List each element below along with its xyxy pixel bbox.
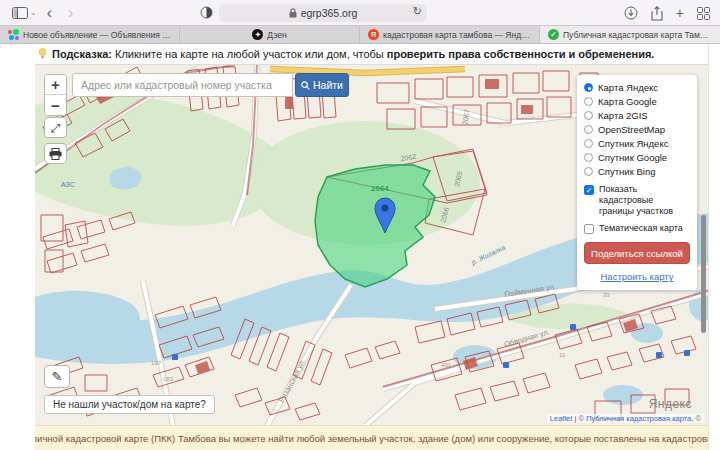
checkbox-icon (584, 224, 594, 234)
tab-overview-icon[interactable] (697, 7, 710, 20)
radio-icon (584, 167, 593, 176)
fullscreen-button[interactable]: ⤢ (44, 117, 67, 138)
lightbulb-icon (38, 48, 47, 60)
tab-avito[interactable]: Новое объявление — Объявления на сайте А… (0, 26, 180, 43)
radio-icon (584, 153, 593, 162)
radio-icon (584, 125, 593, 134)
yandex-watermark: Яндекс (649, 397, 692, 411)
green-check-icon: ✓ (548, 29, 559, 40)
zoom-control: + − (44, 74, 67, 116)
tab-yandex-search[interactable]: Я кадастровая карта тамбова — Яндекс: на… (360, 26, 540, 43)
back-button[interactable]: ‹ (41, 5, 58, 21)
forward-button: › (62, 5, 79, 21)
layer-option-google-map[interactable]: Карта Google (584, 96, 690, 107)
checkbox-cadastral-borders[interactable]: ✓Показать кадастровые границы участков (584, 184, 690, 216)
leaflet-link[interactable]: Leaflet (550, 414, 573, 423)
downloads-icon[interactable] (624, 6, 638, 20)
checkbox-thematic-map[interactable]: Тематическая карта (584, 223, 690, 234)
browser-toolbar: ⌄ ‹ › egrp365.org ↻ + (0, 0, 720, 26)
tab-label: Новое объявление — Объявления на сайте А… (23, 30, 171, 40)
page-footer-text: На публичной кадастровой карте (ПКК) Там… (35, 425, 708, 450)
tab-bar: Новое объявление — Объявления на сайте А… (0, 26, 720, 44)
page-right-edge (708, 44, 709, 450)
url-bar[interactable]: egrp365.org ↻ (219, 4, 427, 22)
zoom-out-button[interactable]: − (45, 95, 66, 115)
house-number: 183 (163, 376, 174, 382)
selected-parcel-number: 2064 (371, 184, 389, 193)
layer-option-bing-sat[interactable]: Спутник Bing (584, 166, 690, 177)
new-tab-icon[interactable]: + (676, 6, 684, 20)
tab-dzen[interactable]: ✦ Дзен (180, 26, 360, 43)
tab-label: кадастровая карта тамбова — Яндекс: нашл… (383, 30, 531, 40)
hint-text: Подсказка: Кликните на карте на любой уч… (52, 48, 654, 60)
share-link-button[interactable]: Поделиться ссылкой (584, 242, 690, 264)
not-found-label[interactable]: Не нашли участок/дом на карте? (44, 395, 215, 414)
radio-icon (584, 111, 593, 120)
search-input[interactable] (72, 73, 293, 97)
radio-icon (584, 83, 593, 92)
hint-bar: Подсказка: Кликните на карте на любой уч… (35, 44, 708, 64)
map-attribution: Leaflet | © Публичная кадастровая карта,… (547, 414, 704, 423)
checkbox-icon: ✓ (584, 185, 594, 195)
reload-icon[interactable]: ↻ (413, 5, 422, 18)
layer-option-yandex-sat[interactable]: Спутник Яндекс (584, 138, 690, 149)
privacy-shield-icon[interactable] (200, 6, 213, 19)
layer-option-osm[interactable]: OpenStreetMap (584, 124, 690, 135)
radio-icon (584, 139, 593, 148)
customize-map-link[interactable]: Настроить карту (584, 271, 690, 282)
yandex-icon: Я (368, 29, 379, 40)
printer-icon (49, 148, 62, 160)
print-button[interactable] (44, 143, 67, 164)
sidebar-icon[interactable] (12, 7, 28, 19)
search-bar: Найти (72, 73, 349, 97)
search-icon (301, 81, 310, 90)
house-number: 197 (151, 360, 162, 366)
layer-option-google-sat[interactable]: Спутник Google (584, 152, 690, 163)
browser-window: ⌄ ‹ › egrp365.org ↻ + (0, 0, 720, 450)
layers-panel: Карта Яндекс Карта Google Карта 2GIS Ope… (577, 75, 697, 290)
dzen-icon: ✦ (252, 29, 263, 40)
layer-option-2gis-map[interactable]: Карта 2GIS (584, 110, 690, 121)
draw-pencil-button[interactable]: ✎ (44, 365, 70, 388)
share-icon[interactable] (651, 6, 663, 21)
layer-option-yandex-map[interactable]: Карта Яндекс (584, 82, 690, 93)
url-text: egrp365.org (301, 7, 358, 19)
house-number: 33 (603, 292, 610, 298)
tab-cadastral-map-active[interactable]: ✓ Публичная кадастровая карта Тамбова (Т… (540, 26, 720, 43)
radio-icon (584, 97, 593, 106)
avito-icon (8, 29, 19, 40)
tab-label: Дзен (267, 30, 286, 40)
lock-icon (289, 8, 297, 18)
chevron-down-icon[interactable]: ⌄ (30, 9, 37, 17)
vertical-scrollbar[interactable] (701, 215, 706, 333)
azs-label: АЗС (61, 181, 75, 188)
zoom-in-button[interactable]: + (45, 75, 66, 95)
tab-label: Публичная кадастровая карта Тамбова (Там… (563, 30, 712, 40)
house-number: 431 (441, 362, 452, 368)
pkk-link[interactable]: Публичная кадастровая карта (586, 414, 691, 423)
search-button[interactable]: Найти (295, 73, 349, 97)
map-container: 2064 2062 2065 2066 2067 Пойменная ул. О… (35, 64, 708, 425)
house-number: 11 (559, 352, 566, 358)
